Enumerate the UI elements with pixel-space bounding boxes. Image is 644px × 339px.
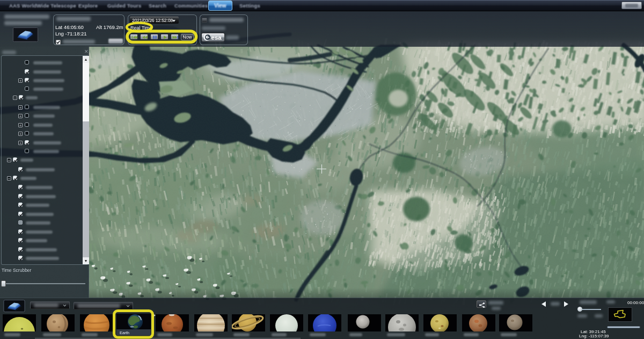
svg-text:esa: esa xyxy=(211,34,222,41)
svg-text:Earth: Earth xyxy=(120,330,129,335)
